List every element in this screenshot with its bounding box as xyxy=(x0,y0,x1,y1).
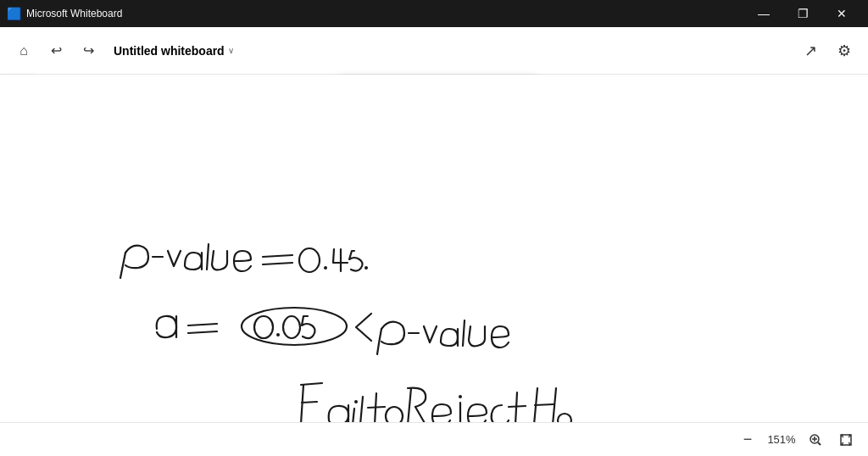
whiteboard-drawing xyxy=(0,75,868,456)
svg-line-40 xyxy=(818,442,821,445)
whiteboard-title: Untitled whiteboard xyxy=(114,44,225,58)
svg-point-30 xyxy=(254,316,273,338)
top-toolbar: ⌂ ↩ ↪ Untitled whiteboard ∨ ↗ ⚙ xyxy=(0,27,868,75)
title-bar-controls: — ❐ ✕ xyxy=(744,0,861,27)
app-title: Microsoft Whiteboard xyxy=(26,8,122,19)
toolbar-right: ↗ ⚙ xyxy=(797,37,858,64)
home-button[interactable]: ⌂ xyxy=(10,37,37,64)
zoom-level-display: 151% xyxy=(766,433,797,446)
share-button[interactable]: ↗ xyxy=(797,37,824,64)
svg-point-32 xyxy=(283,316,300,338)
svg-point-28 xyxy=(364,266,368,270)
svg-point-27 xyxy=(324,266,327,270)
settings-button[interactable]: ⚙ xyxy=(831,37,858,64)
svg-point-35 xyxy=(459,395,462,398)
restore-button[interactable]: ❐ xyxy=(783,0,822,27)
close-button[interactable]: ✕ xyxy=(822,0,861,27)
redo-button[interactable]: ↪ xyxy=(75,37,102,64)
fit-to-screen-button[interactable] xyxy=(834,428,858,452)
minimize-button[interactable]: — xyxy=(744,0,783,27)
fit-screen-icon xyxy=(839,433,853,447)
svg-point-26 xyxy=(299,248,320,272)
whiteboard-canvas[interactable] xyxy=(0,75,868,456)
zoom-out-button[interactable]: − xyxy=(736,428,760,452)
title-bar: 🟦 Microsoft Whiteboard — ❐ ✕ xyxy=(0,0,868,27)
svg-point-33 xyxy=(354,400,358,403)
toolbar-left: ⌂ ↩ ↪ Untitled whiteboard ∨ xyxy=(10,37,234,64)
title-chevron-icon[interactable]: ∨ xyxy=(228,46,234,55)
title-bar-left: 🟦 Microsoft Whiteboard xyxy=(7,7,122,20)
svg-point-31 xyxy=(276,333,280,336)
zoom-in-icon xyxy=(809,433,822,447)
undo-button[interactable]: ↩ xyxy=(42,37,70,64)
bottom-bar: − 151% xyxy=(0,422,868,456)
app-icon: 🟦 xyxy=(7,7,21,20)
zoom-in-button[interactable] xyxy=(804,428,827,452)
title-section: Untitled whiteboard ∨ xyxy=(114,44,234,58)
svg-point-29 xyxy=(242,308,347,345)
